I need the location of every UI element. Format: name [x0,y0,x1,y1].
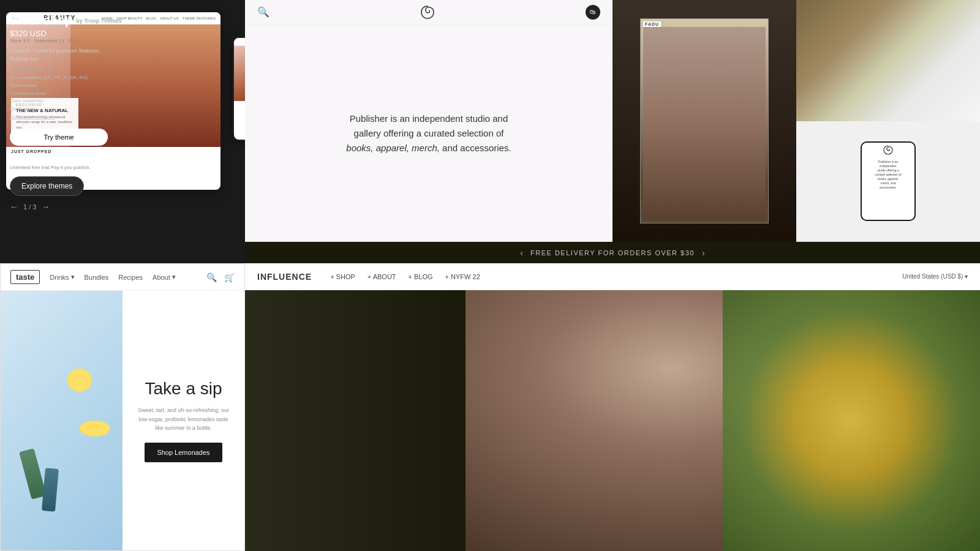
publisher-magazine-photo: FADU [612,0,796,242]
publisher-content: Publisher is an independent studio and g… [331,99,527,168]
publisher-right: FADU Publisher is anindependentstudio of… [612,0,980,242]
shop-lemonades-button[interactable]: Shop Lemonades [145,443,222,462]
blockshop-panel: Blockshop by Troop Themes $320 USD Store… [0,0,245,263]
publisher-logo [418,3,437,21]
influence-nav-nyfw[interactable]: + NYFW 22 [445,273,480,280]
delivery-prev-icon[interactable]: ‹ [520,248,523,258]
taste-nav-recipes[interactable]: Recipes [118,274,143,281]
taste-headline: Take a sip [145,379,222,399]
pagination: ← 1 / 3 → [10,202,234,212]
search-icon[interactable]: 🔍 [257,6,270,18]
try-theme-button[interactable]: Try theme [10,129,108,146]
delivery-bar: ‹ FREE DELIVERY FOR ORDERS OVER $30 › [245,242,980,263]
blockshop-price: $320 USD [10,29,234,38]
delivery-next-icon[interactable]: › [702,248,705,258]
taste-bottle-1 [19,448,47,500]
features-header: Includes support for: [10,66,234,74]
influence-hero [245,290,980,551]
beauty-phone-mockup: BEAUTY THE NEW &NATURAL JUST DROPPED [233,37,245,141]
explore-themes-button[interactable]: Explore themes [10,176,84,196]
prev-arrow-icon[interactable]: ← [10,202,18,212]
taste-nav-bundles[interactable]: Bundles [85,274,109,281]
blockshop-features: Includes support for: 10 translations (E… [10,66,234,121]
influence-region[interactable]: United States (USD $) ▾ [902,273,968,280]
blockshop-info: Blockshop by Troop Themes $320 USD Store… [10,11,234,212]
influence-nav-blog[interactable]: + BLOG [409,273,433,280]
taste-bottle-2 [42,468,59,512]
trial-text: Unlimited free trial Pay if you publish. [10,165,234,170]
blockshop-title: Blockshop by Troop Themes [10,13,234,28]
taste-text-block: Take a sip Sweet, tart, and oh-so-refres… [123,291,244,550]
view-demo-button[interactable]: View demo store [10,148,108,162]
taste-subtext: Sweet, tart, and oh-so-refreshing, our l… [135,406,232,432]
taste-bottles-image [1,291,123,550]
taste-panel: taste Drinks ▾ Bundles Recipes About ▾ 🔍… [0,263,245,551]
taste-search-icon[interactable]: 🔍 [206,272,217,282]
influence-nav-about[interactable]: + ABOUT [368,273,396,280]
taste-photo [1,291,123,550]
publisher-panel: 🔍 🛍 Publisher is an independent studio a… [245,0,980,263]
taste-logo: taste [10,270,40,284]
influence-logo: INFLUENCE [257,272,312,282]
blockshop-version: Store 3.0 · September 11, 2023 [10,38,234,43]
influence-panel: INFLUENCE + SHOP + ABOUT + BLOG + NYFW 2… [245,263,980,551]
publisher-books-photo [796,0,980,121]
influence-nav-shop[interactable]: + SHOP [330,273,355,280]
taste-nav-about[interactable]: About ▾ [153,273,176,281]
publisher-left: 🔍 🛍 Publisher is an independent studio a… [245,0,612,242]
blockshop-description: A stylish. Powerful premium features. Bl… [10,47,108,62]
cart-icon[interactable]: 🛍 [586,5,600,20]
taste-cart-icon[interactable]: 🛒 [224,272,235,282]
taste-lemon-2 [80,421,110,437]
next-arrow-icon[interactable]: → [41,202,50,212]
influence-nav: INFLUENCE + SHOP + ABOUT + BLOG + NYFW 2… [245,263,980,290]
taste-nav-drinks[interactable]: Drinks ▾ [50,273,74,281]
publisher-phone-mockup: Publisher is anindependentstudio offerin… [796,121,980,242]
taste-nav: taste Drinks ▾ Bundles Recipes About ▾ 🔍… [1,264,244,291]
taste-content: Take a sip Sweet, tart, and oh-so-refres… [1,291,244,550]
influence-flowers-photo [723,290,980,551]
taste-lemon-1 [67,369,92,392]
publisher-headline: Publisher is an independent studio and g… [343,111,514,156]
publisher-top-bar: 🔍 🛍 [245,0,612,24]
